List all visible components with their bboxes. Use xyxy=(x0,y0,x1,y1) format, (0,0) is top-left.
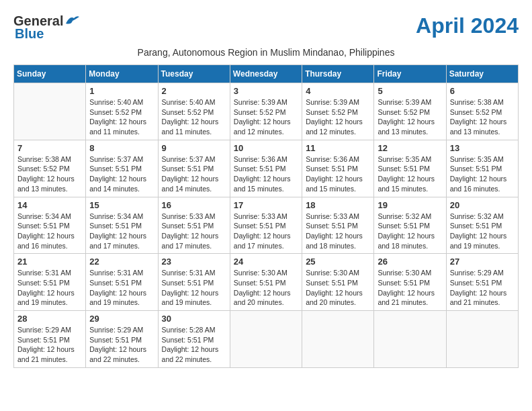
table-row xyxy=(302,311,374,368)
day-info: Sunrise: 5:36 AMSunset: 5:51 PMDaylight:… xyxy=(234,154,298,194)
table-row: 5Sunrise: 5:39 AMSunset: 5:52 PMDaylight… xyxy=(374,83,446,140)
day-info: Sunrise: 5:30 AMSunset: 5:51 PMDaylight:… xyxy=(378,268,442,308)
day-info: Sunrise: 5:33 AMSunset: 5:51 PMDaylight:… xyxy=(162,212,226,251)
day-number: 1 xyxy=(89,86,154,96)
calendar-header-row: Sunday Monday Tuesday Wednesday Thursday… xyxy=(14,65,519,83)
table-row: 22Sunrise: 5:31 AMSunset: 5:51 PMDayligh… xyxy=(86,254,158,311)
day-info: Sunrise: 5:30 AMSunset: 5:51 PMDaylight:… xyxy=(234,268,298,308)
day-info: Sunrise: 5:36 AMSunset: 5:51 PMDaylight:… xyxy=(306,154,370,194)
day-number: 22 xyxy=(89,257,154,267)
day-info: Sunrise: 5:38 AMSunset: 5:52 PMDaylight:… xyxy=(17,154,82,194)
page-header: General Blue April 2024 xyxy=(13,13,519,42)
table-row xyxy=(14,83,86,140)
calendar-table: Sunday Monday Tuesday Wednesday Thursday… xyxy=(13,64,519,368)
col-wednesday: Wednesday xyxy=(230,65,302,83)
table-row: 7Sunrise: 5:38 AMSunset: 5:52 PMDaylight… xyxy=(14,140,86,197)
table-row: 30Sunrise: 5:28 AMSunset: 5:51 PMDayligh… xyxy=(158,311,230,368)
day-number: 10 xyxy=(234,143,298,153)
day-info: Sunrise: 5:32 AMSunset: 5:51 PMDaylight:… xyxy=(450,212,515,251)
day-number: 18 xyxy=(306,200,370,210)
day-info: Sunrise: 5:35 AMSunset: 5:51 PMDaylight:… xyxy=(450,154,515,194)
day-info: Sunrise: 5:32 AMSunset: 5:51 PMDaylight:… xyxy=(378,212,442,251)
day-number: 23 xyxy=(162,257,226,267)
day-info: Sunrise: 5:29 AMSunset: 5:51 PMDaylight:… xyxy=(17,325,82,365)
calendar-week-row: 28Sunrise: 5:29 AMSunset: 5:51 PMDayligh… xyxy=(14,311,519,368)
table-row: 8Sunrise: 5:37 AMSunset: 5:51 PMDaylight… xyxy=(86,140,158,197)
day-info: Sunrise: 5:31 AMSunset: 5:51 PMDaylight:… xyxy=(17,268,82,308)
day-info: Sunrise: 5:33 AMSunset: 5:51 PMDaylight:… xyxy=(306,212,370,251)
day-info: Sunrise: 5:39 AMSunset: 5:52 PMDaylight:… xyxy=(378,97,442,137)
table-row: 9Sunrise: 5:37 AMSunset: 5:51 PMDaylight… xyxy=(158,140,230,197)
day-info: Sunrise: 5:30 AMSunset: 5:51 PMDaylight:… xyxy=(306,268,370,308)
day-info: Sunrise: 5:33 AMSunset: 5:51 PMDaylight:… xyxy=(234,212,298,251)
day-number: 24 xyxy=(234,257,298,267)
day-number: 17 xyxy=(234,200,298,210)
day-info: Sunrise: 5:29 AMSunset: 5:51 PMDaylight:… xyxy=(89,325,154,365)
day-info: Sunrise: 5:34 AMSunset: 5:51 PMDaylight:… xyxy=(89,212,154,251)
logo-blue-text: Blue xyxy=(13,26,44,42)
table-row: 23Sunrise: 5:31 AMSunset: 5:51 PMDayligh… xyxy=(158,254,230,311)
day-info: Sunrise: 5:37 AMSunset: 5:51 PMDaylight:… xyxy=(89,154,154,194)
day-info: Sunrise: 5:28 AMSunset: 5:51 PMDaylight:… xyxy=(162,325,226,365)
day-info: Sunrise: 5:39 AMSunset: 5:52 PMDaylight:… xyxy=(234,97,298,137)
table-row: 24Sunrise: 5:30 AMSunset: 5:51 PMDayligh… xyxy=(230,254,302,311)
day-info: Sunrise: 5:34 AMSunset: 5:51 PMDaylight:… xyxy=(17,212,82,251)
table-row: 28Sunrise: 5:29 AMSunset: 5:51 PMDayligh… xyxy=(14,311,86,368)
day-number: 4 xyxy=(306,86,370,96)
day-info: Sunrise: 5:31 AMSunset: 5:51 PMDaylight:… xyxy=(162,268,226,308)
month-title: April 2024 xyxy=(416,13,519,38)
table-row: 12Sunrise: 5:35 AMSunset: 5:51 PMDayligh… xyxy=(374,140,446,197)
col-tuesday: Tuesday xyxy=(158,65,230,83)
table-row xyxy=(230,311,302,368)
table-row: 3Sunrise: 5:39 AMSunset: 5:52 PMDaylight… xyxy=(230,83,302,140)
col-thursday: Thursday xyxy=(302,65,374,83)
table-row: 21Sunrise: 5:31 AMSunset: 5:51 PMDayligh… xyxy=(14,254,86,311)
day-number: 16 xyxy=(162,200,226,210)
table-row: 19Sunrise: 5:32 AMSunset: 5:51 PMDayligh… xyxy=(374,197,446,254)
day-number: 26 xyxy=(378,257,442,267)
calendar-subtitle: Parang, Autonomous Region in Muslim Mind… xyxy=(13,47,519,58)
table-row: 15Sunrise: 5:34 AMSunset: 5:51 PMDayligh… xyxy=(86,197,158,254)
day-number: 14 xyxy=(17,200,82,210)
table-row: 29Sunrise: 5:29 AMSunset: 5:51 PMDayligh… xyxy=(86,311,158,368)
table-row: 2Sunrise: 5:40 AMSunset: 5:52 PMDaylight… xyxy=(158,83,230,140)
day-info: Sunrise: 5:29 AMSunset: 5:51 PMDaylight:… xyxy=(450,268,515,308)
day-number: 8 xyxy=(89,143,154,153)
day-number: 25 xyxy=(306,257,370,267)
table-row xyxy=(446,311,518,368)
day-number: 29 xyxy=(89,314,154,324)
calendar-week-row: 7Sunrise: 5:38 AMSunset: 5:52 PMDaylight… xyxy=(14,140,519,197)
day-number: 7 xyxy=(17,143,82,153)
day-number: 6 xyxy=(450,86,515,96)
col-monday: Monday xyxy=(86,65,158,83)
table-row: 27Sunrise: 5:29 AMSunset: 5:51 PMDayligh… xyxy=(446,254,518,311)
table-row: 14Sunrise: 5:34 AMSunset: 5:51 PMDayligh… xyxy=(14,197,86,254)
day-info: Sunrise: 5:37 AMSunset: 5:51 PMDaylight:… xyxy=(162,154,226,194)
day-info: Sunrise: 5:38 AMSunset: 5:52 PMDaylight:… xyxy=(450,97,515,137)
calendar-week-row: 21Sunrise: 5:31 AMSunset: 5:51 PMDayligh… xyxy=(14,254,519,311)
table-row xyxy=(374,311,446,368)
day-info: Sunrise: 5:40 AMSunset: 5:52 PMDaylight:… xyxy=(162,97,226,137)
table-row: 6Sunrise: 5:38 AMSunset: 5:52 PMDaylight… xyxy=(446,83,518,140)
table-row: 16Sunrise: 5:33 AMSunset: 5:51 PMDayligh… xyxy=(158,197,230,254)
day-info: Sunrise: 5:39 AMSunset: 5:52 PMDaylight:… xyxy=(306,97,370,137)
table-row: 4Sunrise: 5:39 AMSunset: 5:52 PMDaylight… xyxy=(302,83,374,140)
day-number: 2 xyxy=(162,86,226,96)
table-row: 26Sunrise: 5:30 AMSunset: 5:51 PMDayligh… xyxy=(374,254,446,311)
day-info: Sunrise: 5:31 AMSunset: 5:51 PMDaylight:… xyxy=(89,268,154,308)
table-row: 10Sunrise: 5:36 AMSunset: 5:51 PMDayligh… xyxy=(230,140,302,197)
day-info: Sunrise: 5:40 AMSunset: 5:52 PMDaylight:… xyxy=(89,97,154,137)
table-row: 1Sunrise: 5:40 AMSunset: 5:52 PMDaylight… xyxy=(86,83,158,140)
day-info: Sunrise: 5:35 AMSunset: 5:51 PMDaylight:… xyxy=(378,154,442,194)
day-number: 9 xyxy=(162,143,226,153)
calendar-week-row: 14Sunrise: 5:34 AMSunset: 5:51 PMDayligh… xyxy=(14,197,519,254)
day-number: 20 xyxy=(450,200,515,210)
day-number: 28 xyxy=(17,314,82,324)
day-number: 11 xyxy=(306,143,370,153)
table-row: 20Sunrise: 5:32 AMSunset: 5:51 PMDayligh… xyxy=(446,197,518,254)
day-number: 3 xyxy=(234,86,298,96)
day-number: 5 xyxy=(378,86,442,96)
day-number: 21 xyxy=(17,257,82,267)
table-row: 13Sunrise: 5:35 AMSunset: 5:51 PMDayligh… xyxy=(446,140,518,197)
col-sunday: Sunday xyxy=(14,65,86,83)
